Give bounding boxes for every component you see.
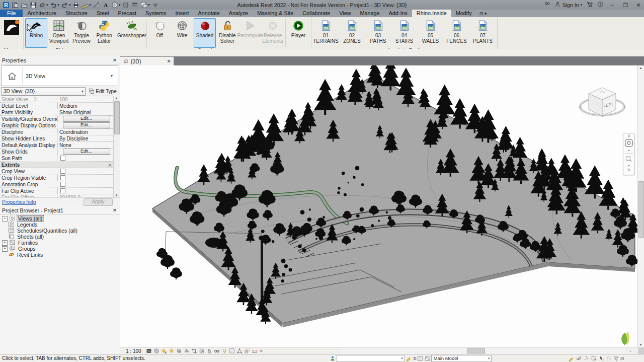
revit-logo-icon[interactable]: R — [2, 1, 10, 9]
3d-viewport[interactable]: LEFT ▾ ▾ — [120, 65, 638, 347]
ribbon-button-gh-01-terrains[interactable]: GH01TERRAINS — [313, 18, 339, 48]
ribbon-button-grasshopper[interactable]: Grasshopper — [119, 18, 145, 48]
ribbon-button-player[interactable]: Player — [287, 18, 309, 48]
apply-button[interactable]: Apply — [84, 198, 113, 206]
editable-only-icon[interactable] — [567, 355, 575, 361]
ribbon-button-recompute[interactable]: Recompute — [239, 18, 261, 48]
drag-on-selection-icon[interactable] — [597, 355, 605, 361]
section-icon[interactable] — [122, 1, 130, 9]
restore-button[interactable]: ❐ — [621, 2, 630, 8]
viewcube[interactable]: LEFT — [579, 82, 627, 126]
ribbon-tab-modify[interactable]: Modify — [451, 10, 476, 17]
thin-lines-icon[interactable] — [131, 1, 139, 9]
worksets-dropdown[interactable]: ▾ — [337, 355, 405, 362]
ribbon-button-release-elements[interactable]: ReleaseElements — [262, 18, 284, 48]
crop-view-icon[interactable] — [191, 348, 198, 354]
default-3d-view-icon[interactable] — [111, 1, 118, 9]
property-checkbox[interactable] — [60, 188, 65, 193]
visual-style-icon[interactable] — [145, 348, 153, 354]
ribbon-tab-collaborate[interactable]: Collaborate — [298, 10, 335, 17]
reveal-constraints-icon[interactable] — [251, 348, 259, 354]
property-checkbox[interactable] — [60, 175, 65, 180]
minimize-button[interactable]: – — [608, 2, 617, 8]
edit-button[interactable]: Edit... — [63, 149, 110, 155]
view-tab-close-icon[interactable]: ✕ — [167, 58, 171, 64]
reveal-hidden-elements-icon[interactable] — [221, 348, 228, 354]
exclude-options-icon[interactable] — [590, 355, 597, 361]
sun-settings-icon[interactable] — [168, 348, 176, 354]
property-section-extents[interactable]: Extents — [0, 162, 114, 168]
viewport-horizontal-scrollbar[interactable] — [341, 348, 625, 354]
locked-3d-view-icon[interactable] — [206, 348, 213, 354]
3d-site-model[interactable] — [120, 65, 638, 347]
ribbon-tab-systems[interactable]: Systems — [141, 10, 171, 17]
view-tab-3d[interactable]: {3D} ✕ — [120, 56, 174, 65]
pin-toggle-icon[interactable] — [582, 355, 590, 361]
ribbon-tab-annotate[interactable]: Annotate — [193, 10, 224, 17]
browser-item-legends[interactable]: Legends — [0, 222, 120, 228]
ribbon-button-preview-off[interactable]: Off — [148, 18, 171, 48]
shaded-view-icon[interactable] — [153, 348, 160, 354]
worksets-icon[interactable] — [329, 355, 337, 361]
edit-button[interactable]: Edit... — [63, 122, 110, 128]
sync-with-central-icon[interactable] — [38, 1, 46, 9]
browser-item-revit-links[interactable]: Revit Links — [0, 252, 120, 258]
ribbon-button-gh-02-zones[interactable]: GH02ZONES — [339, 18, 365, 48]
ribbon-tab-steel[interactable]: Steel — [92, 10, 114, 17]
customize-quick-access-icon[interactable] — [151, 1, 159, 9]
ribbon-button-python-editor[interactable]: PythonEditor — [93, 18, 115, 48]
ribbon-tab-massing-site[interactable]: Massing & Site — [253, 10, 298, 17]
tree-expand-icon[interactable]: + — [2, 246, 8, 252]
vcb-collapse-arrow[interactable]: < — [259, 348, 263, 353]
background-process-icon[interactable] — [605, 355, 612, 361]
browser-item-sheets-all-[interactable]: Sheets (all) — [0, 234, 120, 240]
tree-expand-icon[interactable]: + — [2, 216, 8, 222]
ribbon-button-preview-wire[interactable]: Wire — [171, 18, 193, 48]
print-icon[interactable] — [72, 1, 80, 9]
aligned-dimension-icon[interactable] — [93, 1, 100, 9]
ribbon-tab-insert[interactable]: Insert — [171, 10, 193, 17]
ribbon-tab-architecture[interactable]: Architecture — [23, 10, 61, 17]
ribbon-tab-rhino-inside[interactable]: Rhino.Inside — [412, 10, 451, 17]
ribbon-button-gh-04-stairs[interactable]: GH04STAIRS — [391, 18, 417, 48]
displacement-sets-icon[interactable] — [244, 348, 251, 354]
store-cart-icon[interactable] — [586, 1, 593, 9]
ribbon-button-open-viewport[interactable]: OpenViewport — [48, 18, 70, 48]
ribbon-button-gh-05-walls[interactable]: GH05WALLS — [418, 18, 443, 48]
measure-icon[interactable] — [82, 1, 89, 9]
ribbon-tab-structure[interactable]: Structure — [61, 10, 92, 17]
viewport-vertical-scrollbar[interactable]: ▲ ▼ — [637, 65, 644, 347]
ribbon-button-rhino[interactable]: Rhino — [25, 18, 47, 48]
ribbon-tab-file[interactable]: File — [0, 10, 23, 17]
temporary-view-properties-icon[interactable] — [228, 348, 236, 354]
file-tabs-icon[interactable] — [11, 1, 19, 9]
save-icon[interactable] — [29, 1, 37, 9]
ribbon-tab-analyze[interactable]: Analyze — [224, 10, 253, 17]
open-file-icon[interactable] — [20, 1, 28, 9]
properties-help-link[interactable]: Properties help — [2, 199, 36, 205]
browser-item-families[interactable]: +Families — [0, 240, 120, 246]
selection-filter-icon[interactable] — [612, 355, 620, 361]
edit-button[interactable]: Edit... — [63, 116, 110, 122]
show-crop-region-icon[interactable] — [198, 348, 206, 354]
analytical-model-icon[interactable] — [236, 348, 244, 354]
sign-in-button[interactable]: Sign In ▾ — [554, 1, 582, 9]
links-ignore-icon[interactable] — [575, 355, 582, 361]
ribbon-button-gh-03-paths[interactable]: GH03PATHS — [365, 18, 391, 48]
ribbon-button-gh-06-fences[interactable]: GH06FENCES — [444, 18, 469, 48]
ribbon-button-disable-solver[interactable]: DisableSolver — [216, 18, 238, 48]
undo-icon[interactable] — [50, 1, 57, 9]
panel-display-toggle[interactable]: ⊡ ▾ — [479, 11, 487, 17]
view-instance-selector[interactable]: 3D View: {3D}▾ — [2, 87, 86, 96]
navigation-bar[interactable]: ▾ ▾ — [623, 133, 635, 175]
switch-windows-icon[interactable] — [140, 1, 148, 9]
property-checkbox[interactable] — [60, 182, 65, 187]
ribbon-tab-view[interactable]: View — [335, 10, 355, 17]
hscroll-right-arrow[interactable]: › — [629, 349, 631, 353]
ribbon-button-toggle-preview[interactable]: TogglePreview — [70, 18, 93, 48]
properties-close-icon[interactable]: ✕ — [112, 57, 118, 63]
ribbon-button-preview-shaded[interactable]: Shaded — [194, 18, 216, 48]
rendering-dialog-icon[interactable] — [183, 348, 191, 354]
redo-icon[interactable] — [61, 1, 68, 9]
shadows-off-icon[interactable] — [176, 348, 183, 354]
